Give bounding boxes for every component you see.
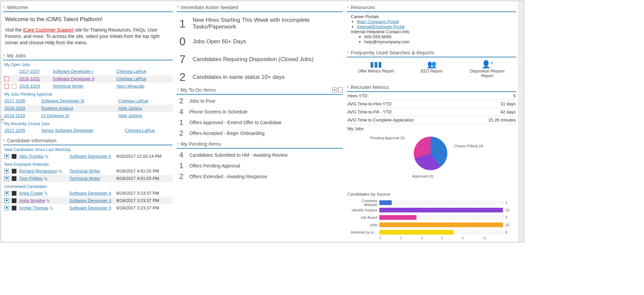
main-portal-link[interactable]: Main Company Portal xyxy=(357,19,399,24)
stat-row[interactable]: 1 New Hires Starting This Week with Inco… xyxy=(177,12,343,30)
stat-row[interactable]: 1 Offers Pending Approval xyxy=(177,159,343,170)
grip-icon[interactable]: ⠿ xyxy=(347,5,349,9)
film-icon[interactable] xyxy=(12,176,16,181)
job-owner-link[interactable]: Chelsea LaRue xyxy=(116,69,146,74)
film-icon[interactable] xyxy=(12,154,16,159)
film-icon[interactable] xyxy=(12,169,16,174)
job-title-link[interactable]: Technical Writer xyxy=(53,84,83,89)
job-owner-link[interactable]: Chelsea LaRue xyxy=(116,76,146,81)
attachment-icon[interactable]: 📎 xyxy=(43,177,48,181)
job-code-link[interactable]: 2016-1024 xyxy=(19,84,40,89)
job-title-link[interactable]: Senior Software Developer xyxy=(41,128,93,133)
attachment-icon[interactable]: 📎 xyxy=(44,191,48,196)
profile-icon[interactable] xyxy=(4,206,9,210)
candidate-job-link[interactable]: Software Developer II xyxy=(69,154,111,159)
panel-title: Candidate Information xyxy=(7,138,173,143)
attachment-icon[interactable]: 📎 xyxy=(58,169,63,174)
grip-icon[interactable]: ⠿ xyxy=(3,139,5,142)
profile-icon[interactable] xyxy=(4,154,9,159)
stat-row[interactable]: 4 Candidates Submitted to HM - Awaiting … xyxy=(177,149,343,159)
eeo-report-link[interactable]: 👥 EEO Report xyxy=(411,60,452,78)
welcome-headline: Welcome to the iCIMS Talent Platform! xyxy=(3,12,173,26)
candidate-job-link[interactable]: Software Developer II xyxy=(69,205,111,210)
job-title-link[interactable]: Software Developer I xyxy=(53,69,93,74)
stat-row[interactable]: 1 Offers Approved - Extend Offer to Cand… xyxy=(177,116,343,127)
metric-row: AVG Time to Complete Application15.26 mi… xyxy=(347,116,516,124)
pdf-icon[interactable] xyxy=(4,77,9,81)
candidate-link[interactable]: Anita Smythe xyxy=(19,198,45,203)
film-icon[interactable] xyxy=(12,198,16,203)
document-icon[interactable] xyxy=(12,84,16,89)
metric-row: AVG Time-to-Hire YTD31 days xyxy=(347,100,516,108)
profile-icon[interactable] xyxy=(4,191,9,196)
attachment-icon[interactable]: 📎 xyxy=(46,199,50,203)
job-code-link[interactable]: 2017-1037 xyxy=(19,69,40,74)
collapse-icon[interactable]: − xyxy=(338,88,343,92)
film-icon[interactable] xyxy=(12,206,16,210)
job-title-link[interactable]: Software Developer II xyxy=(53,76,94,81)
candidate-link[interactable]: Anita Crowe xyxy=(19,191,43,196)
job-owner-link[interactable]: Chelsea LaRue xyxy=(125,128,155,133)
vertical-scrollbar[interactable] xyxy=(518,1,524,242)
attachment-icon[interactable]: 📎 xyxy=(44,154,49,159)
job-owner-link[interactable]: Chelsea LaRue xyxy=(118,98,148,103)
metric-key: AVG Time-to-Hire YTD xyxy=(347,101,391,106)
job-code-link[interactable]: 2016-1029 xyxy=(4,106,25,111)
axis-tick: 8 xyxy=(462,236,483,240)
grip-icon[interactable]: ⠿ xyxy=(177,142,179,146)
expand-sidebar-handle[interactable]: ▸ xyxy=(1,115,4,123)
profile-icon[interactable] xyxy=(4,176,9,181)
disposition-report-link[interactable]: 👤⊘ Disposition Reason Report xyxy=(467,60,507,78)
candidate-link[interactable]: Archie Thomas xyxy=(19,205,48,210)
profile-icon[interactable] xyxy=(4,198,9,203)
panel-header-searches: ⠿ Frequently Used Searches & Reports xyxy=(347,48,516,57)
job-code-link[interactable]: 2016-1015 xyxy=(4,113,25,118)
stat-number: 1 xyxy=(179,17,189,30)
internal-portal-link[interactable]: Internal/Employee Portal xyxy=(357,24,404,29)
job-owner-link[interactable]: Able Jorbins xyxy=(118,113,142,118)
candidate-job-link[interactable]: Technical Writer xyxy=(69,176,100,181)
stat-row[interactable]: 2 Offers Accepted - Begin Onboarding xyxy=(177,127,343,138)
job-owner-link[interactable]: Able Jorbins xyxy=(118,106,142,111)
candidate-link[interactable]: Troy Phillips xyxy=(19,176,43,181)
stat-row[interactable]: 4 Phone Screens to Schedule xyxy=(177,105,343,116)
candidate-job-link[interactable]: Technical Writer xyxy=(69,168,100,174)
job-title-link[interactable]: UI Designer III xyxy=(41,113,69,118)
film-icon[interactable] xyxy=(12,191,16,196)
job-code-link[interactable]: 2017-1035 xyxy=(4,128,25,133)
pdf-icon[interactable] xyxy=(4,84,9,89)
attachment-icon[interactable]: 📎 xyxy=(49,206,54,210)
bar-row: jobs 10 xyxy=(347,222,516,228)
stat-row[interactable]: 2 Candidates in same status 10+ days xyxy=(177,66,343,84)
offer-metrics-report-link[interactable]: ▮▮▮ Offer Metrics Report xyxy=(356,60,396,78)
job-owner-link[interactable]: Akiro Miyazaki xyxy=(116,84,144,89)
grip-icon[interactable]: ⠿ xyxy=(347,85,349,89)
job-title-link[interactable]: Software Developer III xyxy=(41,98,84,103)
bar-fill xyxy=(379,215,416,220)
candidate-job-link[interactable]: Software Developer II xyxy=(69,191,111,196)
dropdown-icon[interactable]: ▾ xyxy=(332,88,337,92)
candidate-job-link[interactable]: Software Developer II xyxy=(69,198,111,203)
candidate-link[interactable]: Richard Richardson xyxy=(19,168,57,174)
job-code-link[interactable]: 2017-1036 xyxy=(4,98,25,103)
profile-icon[interactable] xyxy=(4,169,9,174)
panel-header-todo: ⠿ My To-Do Items ▾ − xyxy=(177,86,343,95)
stat-row[interactable]: 0 Jobs Open 60+ Days xyxy=(177,30,343,48)
job-code-link[interactable]: 2016-1031 xyxy=(19,76,40,81)
grip-icon[interactable]: ⠿ xyxy=(3,5,5,9)
stat-row[interactable]: 2 Jobs to Post xyxy=(177,95,343,105)
icare-support-link[interactable]: iCare Customer Support xyxy=(23,27,73,33)
grip-icon[interactable]: ⠿ xyxy=(347,51,349,54)
open-jobs-table: 2017-1037 Software Developer I Chelsea L… xyxy=(3,68,173,90)
stat-row[interactable]: 2 Offers Extended - Awaiting Response xyxy=(177,170,343,181)
job-title-link[interactable]: Systems Analyst xyxy=(41,106,73,111)
stat-row[interactable]: 7 Candidates Requiring Disposition (Clos… xyxy=(177,48,343,66)
timestamp: 9/19/2017 3:23:37 PM xyxy=(115,204,173,212)
grip-icon[interactable]: ⠿ xyxy=(177,88,179,92)
grip-icon[interactable]: ⠿ xyxy=(3,54,5,57)
stat-number: 2 xyxy=(179,70,189,84)
stat-text: Jobs to Post xyxy=(189,98,215,104)
stat-text: Offers Pending Approval xyxy=(189,163,240,168)
candidate-link[interactable]: Alex Trumbo xyxy=(19,154,44,159)
grip-icon[interactable]: ⠿ xyxy=(177,5,179,9)
